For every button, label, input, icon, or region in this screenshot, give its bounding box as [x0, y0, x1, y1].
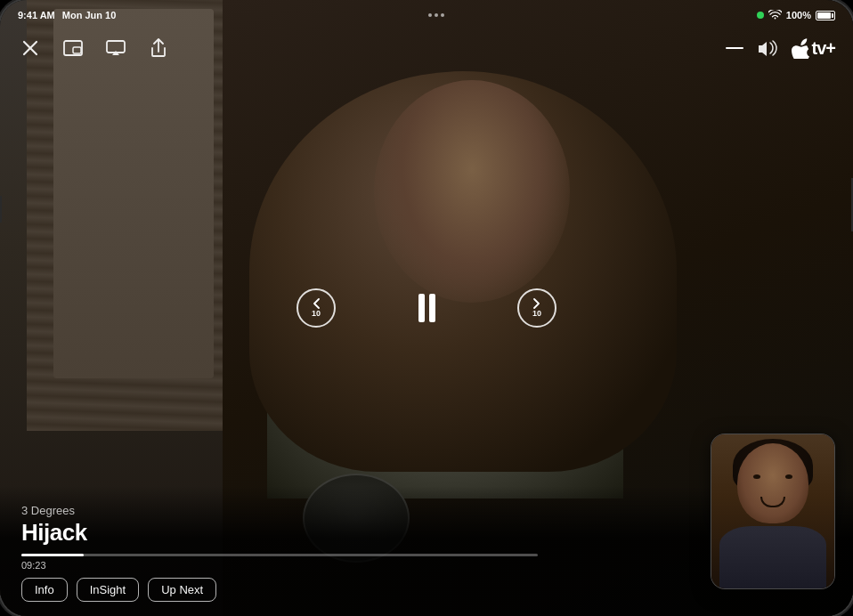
progress-container[interactable]: 09:23: [21, 554, 538, 571]
time-display: 09:23: [21, 560, 538, 571]
ft-smile: [760, 497, 785, 507]
ft-eye-left: [753, 474, 760, 479]
pause-button[interactable]: [407, 288, 446, 328]
green-dot: [757, 12, 764, 19]
airplay-button[interactable]: [103, 36, 128, 61]
skip-forward-arrow-icon: [532, 298, 542, 309]
volume-icon: [758, 40, 777, 56]
ipad-frame: 9:41 AM Mon Jun 10 100%: [0, 0, 853, 616]
status-date: Mon Jun 10: [62, 10, 117, 20]
pause-icon: [418, 294, 435, 322]
status-time: 9:41 AM: [18, 10, 55, 20]
pause-bar-left: [418, 294, 425, 322]
battery-fill: [817, 12, 831, 19]
close-button[interactable]: [18, 36, 43, 61]
status-bar: 9:41 AM Mon Jun 10 100%: [0, 0, 853, 25]
insight-button[interactable]: InSight: [77, 578, 139, 602]
status-right: 100%: [757, 10, 835, 20]
wifi-icon: [768, 10, 782, 20]
svg-rect-3: [73, 47, 81, 53]
apple-tv-logo: tv+: [792, 37, 835, 59]
volume-side-button[interactable]: [0, 196, 2, 223]
ft-eye-right: [785, 474, 792, 479]
status-left: 9:41 AM Mon Jun 10: [18, 10, 116, 20]
battery-tip: [832, 13, 833, 18]
battery-icon: [816, 11, 835, 20]
playback-controls: 10 10: [297, 288, 556, 328]
dots-indicator: [428, 13, 444, 17]
dot1: [428, 13, 432, 17]
dot3: [441, 13, 444, 17]
share-button[interactable]: [146, 36, 171, 61]
minimize-bar[interactable]: [726, 47, 743, 49]
pause-bar-right: [429, 294, 435, 322]
tv-plus-text: tv+: [812, 38, 835, 59]
airplay-icon: [106, 40, 126, 56]
apple-logo-icon: [792, 37, 809, 59]
info-button[interactable]: Info: [21, 578, 68, 602]
progress-fill: [21, 554, 84, 556]
facetime-video: [711, 434, 834, 588]
volume-button[interactable]: [758, 36, 777, 61]
status-center: [428, 13, 444, 17]
top-left-controls: [18, 36, 171, 61]
bottom-buttons: Info InSight Up Next: [21, 578, 832, 602]
pip-icon: [63, 40, 83, 56]
skip-forward-button[interactable]: 10: [517, 288, 556, 328]
ft-body: [719, 526, 826, 588]
battery-percentage: 100%: [786, 10, 811, 20]
close-icon: [22, 40, 38, 56]
ft-face: [737, 443, 808, 523]
pip-button[interactable]: [61, 36, 85, 61]
progress-bar[interactable]: [21, 554, 538, 556]
scene-face: [374, 80, 570, 303]
facetime-overlay[interactable]: [711, 434, 835, 589]
dot2: [435, 13, 438, 17]
share-icon: [150, 38, 167, 58]
player-top-controls: tv+: [0, 28, 853, 68]
skip-back-arrow-icon: [311, 298, 321, 309]
top-right-controls: tv+: [726, 36, 835, 61]
skip-back-button[interactable]: 10: [297, 288, 336, 328]
up-next-button[interactable]: Up Next: [148, 578, 216, 602]
screen: 9:41 AM Mon Jun 10 100%: [0, 0, 853, 616]
